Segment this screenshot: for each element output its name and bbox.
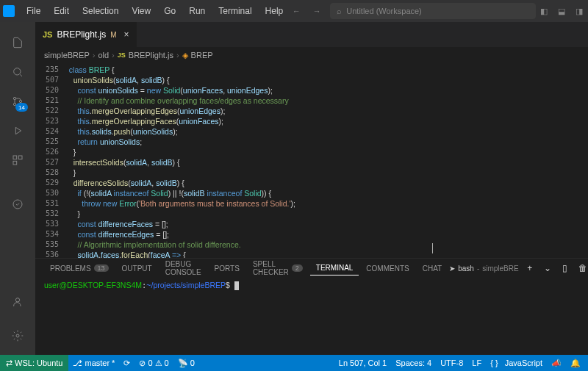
status-eol[interactable]: LF [467, 359, 486, 368]
status-bell-icon[interactable]: 🔔 [566, 359, 585, 368]
breadcrumb-item[interactable]: BREPlight.js [129, 51, 173, 60]
split-terminal-icon[interactable]: ▯ [559, 262, 572, 275]
settings-gear-icon[interactable] [0, 321, 35, 350]
nav-forward-icon[interactable]: → [309, 4, 324, 18]
panel-tab-debug[interactable]: DEBUG CONSOLE [159, 257, 207, 279]
extensions-icon[interactable] [0, 145, 35, 175]
code-line[interactable]: const unionSolids = new Solid(unionFaces… [65, 85, 588, 96]
panel-tab-ports[interactable]: PORTS [209, 262, 245, 275]
panel-tab-spell[interactable]: SPELL CHECKER2 [247, 257, 309, 279]
menu-file[interactable]: File [21, 3, 46, 19]
scm-badge: 14 [15, 103, 28, 112]
panel-tab-problems[interactable]: PROBLEMS13 [44, 262, 115, 275]
code-line[interactable]: const differenceEdges = []; [65, 229, 588, 239]
code-line[interactable]: } [65, 168, 588, 178]
search-activity-icon[interactable] [0, 57, 35, 87]
status-feedback-icon[interactable]: 📣 [547, 359, 566, 368]
code-line[interactable]: solidA.faces.forEach(faceA => { [65, 250, 588, 258]
testing-icon[interactable] [0, 190, 35, 219]
code-line[interactable]: return unionSolids; [65, 137, 588, 147]
status-lang[interactable]: { } JavaScript [486, 359, 547, 368]
tab-close-icon[interactable]: × [124, 29, 129, 40]
menu-view[interactable]: View [126, 3, 157, 19]
code-line[interactable]: class BREP { [65, 65, 588, 75]
bash-icon: ➤ [449, 264, 455, 273]
code-line[interactable]: } [65, 147, 588, 157]
breadcrumb[interactable]: simpleBREP› old› JS BREPlight.js› ◈ BREP [35, 47, 588, 63]
status-cursor-pos[interactable]: Ln 507, Col 1 [334, 359, 391, 368]
remote-indicator[interactable]: ⇄ WSL: Ubuntu [0, 355, 68, 371]
line-number: 527 [35, 157, 65, 168]
menu-selection[interactable]: Selection [76, 3, 124, 19]
code-line[interactable]: throw new Error('Both arguments must be … [65, 198, 588, 209]
panel-tab-chat[interactable]: CHAT [417, 262, 448, 275]
code-line[interactable]: differenceSolids(solidA, solidB) { [65, 178, 588, 188]
menu-help[interactable]: Help [259, 3, 290, 19]
terminal-content[interactable]: user@DESKTOP-EF3NS4M:~/projects/simpleBR… [35, 278, 588, 355]
menu-run[interactable]: Run [183, 3, 211, 19]
code-line[interactable]: const differenceFaces = []; [65, 219, 588, 229]
menu-terminal[interactable]: Terminal [212, 3, 257, 19]
search-placeholder: Untitled (Workspace) [346, 7, 422, 15]
line-number: 235 [35, 65, 65, 75]
line-number: 533 [35, 219, 65, 229]
class-icon: ◈ [182, 51, 188, 60]
panel-tab-terminal[interactable]: TERMINAL [310, 261, 359, 275]
menu-bar: File Edit Selection View Go Run Terminal… [21, 3, 289, 19]
svg-rect-4 [13, 156, 17, 159]
breadcrumb-item[interactable]: old [98, 51, 109, 60]
status-spaces[interactable]: Spaces: 4 [391, 359, 436, 368]
breadcrumb-item[interactable]: simpleBREP [44, 51, 90, 60]
code-content[interactable]: class BREP { unionSolids(solidA, solidB)… [65, 63, 588, 258]
terminal-dropdown-icon[interactable]: ⌄ [541, 262, 554, 275]
js-file-icon: JS [43, 30, 52, 39]
panel-actions: ➤ bash - simpleBRE + ⌄ ▯ 🗑 ⋯ ^ × [449, 262, 588, 275]
source-control-icon[interactable]: 14 [0, 87, 35, 116]
code-line[interactable]: unionSolids(solidA, solidB) { [65, 75, 588, 85]
text-cursor [432, 243, 433, 253]
command-center[interactable]: ⌕ Untitled (Workspace) [330, 3, 536, 19]
code-line[interactable]: this.mergeOverlappingEdges(unionEdges); [65, 106, 588, 116]
panel-tab-output[interactable]: OUTPUT [116, 262, 158, 275]
status-bar: ⇄ WSL: Ubuntu ⎇master* ⟳ ⊘0 ⚠0 📡0 Ln 507… [0, 355, 588, 371]
code-line[interactable]: // Identify and combine overlapping face… [65, 96, 588, 106]
line-number: 534 [35, 229, 65, 239]
status-problems[interactable]: ⊘0 ⚠0 [135, 359, 173, 368]
problems-badge: 13 [94, 264, 109, 272]
svg-point-0 [14, 68, 21, 75]
nav-back-icon[interactable]: ← [289, 4, 304, 18]
line-number: 535 [35, 239, 65, 250]
status-branch[interactable]: ⎇master* [68, 359, 119, 368]
code-line[interactable]: // Algorithmic implementation of solid d… [65, 239, 588, 250]
explorer-icon[interactable] [0, 28, 35, 57]
code-line[interactable]: this.mergeOverlappingFaces(unionFaces); [65, 116, 588, 126]
status-encoding[interactable]: UTF-8 [436, 359, 467, 368]
panel-tab-comments[interactable]: COMMENTS [360, 262, 415, 275]
code-line[interactable]: intersectSolids(solidA, solidB) { [65, 157, 588, 168]
status-sync[interactable]: ⟳ [119, 359, 135, 368]
code-editor[interactable]: 2355075205215225235245255265275285295305… [35, 63, 588, 258]
layout-bottom-icon[interactable]: ⬓ [553, 3, 570, 19]
layout-left-icon[interactable]: ◧ [536, 3, 552, 19]
sync-icon: ⟳ [123, 359, 130, 368]
titlebar-center: ← → ⌕ Untitled (Workspace) [289, 3, 536, 19]
terminal-selector[interactable]: ➤ bash - simpleBRE [449, 264, 519, 273]
debug-icon[interactable] [0, 116, 35, 145]
menu-edit[interactable]: Edit [48, 3, 75, 19]
accounts-icon[interactable] [0, 287, 35, 317]
new-terminal-icon[interactable]: + [523, 262, 537, 275]
line-number: 536 [35, 250, 65, 258]
code-line[interactable]: this.solids.push(unionSolids); [65, 126, 588, 137]
code-line[interactable]: } [65, 209, 588, 219]
branch-icon: ⎇ [73, 359, 82, 368]
warning-icon: ⚠ [155, 359, 162, 368]
status-ports[interactable]: 📡0 [173, 359, 199, 368]
terminal-cursor [234, 281, 239, 290]
main-area: 14 JS BREPlight.js M × ◫ ⋯ simpleBREP› o… [0, 22, 588, 355]
breadcrumb-item[interactable]: BREP [191, 51, 213, 60]
editor-tab[interactable]: JS BREPlight.js M × [35, 22, 137, 47]
kill-terminal-icon[interactable]: 🗑 [576, 262, 588, 275]
layout-right-icon[interactable]: ◨ [571, 3, 587, 19]
menu-go[interactable]: Go [158, 3, 182, 19]
code-line[interactable]: if (!(solidA instanceof Solid) || !(soli… [65, 188, 588, 198]
